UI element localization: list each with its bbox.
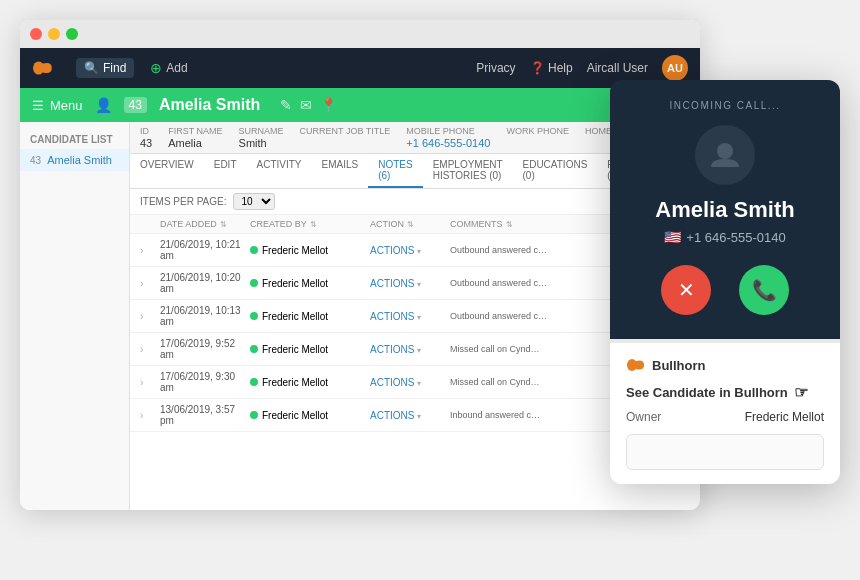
owner-row: Owner Frederic Mellot xyxy=(626,410,824,424)
cursor-icon: ☞ xyxy=(794,383,808,402)
sidebar-item-name: Amelia Smith xyxy=(47,154,112,166)
sidebar-item-candidate[interactable]: 43 Amelia Smith xyxy=(20,149,129,171)
caller-phone: 🇺🇸 +1 646-555-0140 xyxy=(626,229,824,245)
tab-notes[interactable]: NOTES (6) xyxy=(368,154,422,188)
row-created: Frederic Mellot xyxy=(250,311,370,322)
row-chevron[interactable]: › xyxy=(140,245,160,256)
hamburger-icon: ☰ xyxy=(32,98,44,113)
svg-rect-1 xyxy=(33,66,39,69)
col-header-created: Created by ⇅ xyxy=(250,219,370,229)
row-date: 17/06/2019, 9:30 am xyxy=(160,371,250,393)
edit-icon[interactable]: ✎ xyxy=(280,97,292,113)
title-bar xyxy=(20,20,700,48)
caller-name: Amelia Smith xyxy=(626,197,824,223)
row-actions[interactable]: ACTIONS ▾ xyxy=(370,278,450,289)
decline-icon: ✕ xyxy=(678,278,695,302)
call-bottom: Bullhorn See Candidate in Bullhorn ☞ Own… xyxy=(610,343,840,484)
sort-icon-comments[interactable]: ⇅ xyxy=(506,220,513,229)
row-date: 17/06/2019, 9:52 am xyxy=(160,338,250,360)
sub-nav-icons: ✎ ✉ 📍 xyxy=(280,97,337,113)
content-area: Candidate List 43 Amelia Smith ID 43 Fir… xyxy=(20,122,700,510)
sort-icon-created[interactable]: ⇅ xyxy=(310,220,317,229)
row-created: Frederic Mellot xyxy=(250,245,370,256)
candidate-count: 43 xyxy=(124,97,147,113)
tab-overview[interactable]: OVERVIEW xyxy=(130,154,204,188)
privacy-link[interactable]: Privacy xyxy=(476,61,515,75)
crm-window: 🔍 Find ⊕ Add Privacy ❓ Help Aircall User… xyxy=(20,20,700,510)
find-button[interactable]: 🔍 Find xyxy=(76,58,134,78)
col-mobile: Mobile Phone +1 646-555-0140 xyxy=(406,126,490,149)
col-work: Work Phone xyxy=(506,126,569,149)
sidebar: Candidate List 43 Amelia Smith xyxy=(20,122,130,510)
person-silhouette-icon xyxy=(709,139,741,171)
tab-educations[interactable]: EDUCATIONS (0) xyxy=(513,154,598,188)
row-comment: Outbound answered c… xyxy=(450,311,570,321)
decline-button[interactable]: ✕ xyxy=(661,265,711,315)
row-comment: Missed call on Cynd… xyxy=(450,344,570,354)
bullhorn-brand-name: Bullhorn xyxy=(652,358,705,373)
row-created: Frederic Mellot xyxy=(250,344,370,355)
row-created: Frederic Mellot xyxy=(250,410,370,421)
user-avatar[interactable]: AU xyxy=(662,55,688,81)
candidate-name: Amelia Smith xyxy=(159,96,260,114)
row-actions[interactable]: ACTIONS ▾ xyxy=(370,245,450,256)
svg-rect-4 xyxy=(627,364,632,367)
row-date: 21/06/2019, 10:20 am xyxy=(160,272,250,294)
tab-activity[interactable]: ACTIVITY xyxy=(247,154,312,188)
add-button[interactable]: ⊕ Add xyxy=(150,60,187,76)
tab-employment[interactable]: EMPLOYMENT HISTORIES (0) xyxy=(423,154,513,188)
row-actions[interactable]: ACTIONS ▾ xyxy=(370,311,450,322)
nav-right: Privacy ❓ Help Aircall User AU xyxy=(476,55,688,81)
row-actions[interactable]: ACTIONS ▾ xyxy=(370,344,450,355)
row-chevron[interactable]: › xyxy=(140,278,160,289)
col-header-action: Action ⇅ xyxy=(370,219,450,229)
row-comment: Inbound answered c… xyxy=(450,410,570,420)
incoming-label: INCOMING CALL... xyxy=(626,100,824,111)
flag-icon: 🇺🇸 xyxy=(664,229,681,245)
owner-value: Frederic Mellot xyxy=(745,410,824,424)
row-comment: Missed call on Cynd… xyxy=(450,377,570,387)
bullhorn-small-icon xyxy=(626,357,646,373)
question-icon: ❓ xyxy=(530,61,545,75)
plus-icon: ⊕ xyxy=(150,60,162,76)
row-comment: Outbound answered c… xyxy=(450,245,570,255)
bullhorn-brand: Bullhorn xyxy=(626,357,824,373)
see-candidate-link[interactable]: See Candidate in Bullhorn ☞ xyxy=(626,383,824,402)
accept-button[interactable]: 📞 xyxy=(739,265,789,315)
sort-icon-date[interactable]: ⇅ xyxy=(220,220,227,229)
tab-edit[interactable]: EDIT xyxy=(204,154,247,188)
menu-button[interactable]: ☰ Menu xyxy=(32,98,83,113)
row-chevron[interactable]: › xyxy=(140,377,160,388)
row-chevron[interactable]: › xyxy=(140,311,160,322)
minimize-dot[interactable] xyxy=(48,28,60,40)
row-chevron[interactable]: › xyxy=(140,410,160,421)
sort-icon-action[interactable]: ⇅ xyxy=(407,220,414,229)
call-top: INCOMING CALL... Amelia Smith 🇺🇸 +1 646-… xyxy=(610,80,840,339)
row-actions[interactable]: ACTIONS ▾ xyxy=(370,377,450,388)
email-icon[interactable]: ✉ xyxy=(300,97,312,113)
sidebar-item-id: 43 xyxy=(30,155,41,166)
card-input-area[interactable] xyxy=(626,434,824,470)
col-surname: Surname Smith xyxy=(239,126,284,149)
maximize-dot[interactable] xyxy=(66,28,78,40)
col-header-comments: Comments ⇅ xyxy=(450,219,570,229)
location-icon[interactable]: 📍 xyxy=(320,97,337,113)
row-date: 21/06/2019, 10:21 am xyxy=(160,239,250,261)
row-chevron[interactable]: › xyxy=(140,344,160,355)
row-created: Frederic Mellot xyxy=(250,278,370,289)
tab-emails[interactable]: EMAILS xyxy=(312,154,369,188)
col-jobtitle: Current Job Title xyxy=(300,126,391,149)
mobile-phone[interactable]: +1 646-555-0140 xyxy=(406,137,490,149)
call-widget: INCOMING CALL... Amelia Smith 🇺🇸 +1 646-… xyxy=(610,80,840,484)
row-created: Frederic Mellot xyxy=(250,377,370,388)
sidebar-list-label: Candidate List xyxy=(20,130,129,149)
row-actions[interactable]: ACTIONS ▾ xyxy=(370,410,450,421)
close-dot[interactable] xyxy=(30,28,42,40)
row-date: 13/06/2019, 3:57 pm xyxy=(160,404,250,426)
search-icon: 🔍 xyxy=(84,61,99,75)
col-header-date: Date Added ⇅ xyxy=(160,219,250,229)
help-link[interactable]: ❓ Help xyxy=(530,61,573,75)
svg-point-2 xyxy=(717,143,733,159)
accept-icon: 📞 xyxy=(752,278,777,302)
items-per-page-select[interactable]: 10 25 50 xyxy=(233,193,275,210)
